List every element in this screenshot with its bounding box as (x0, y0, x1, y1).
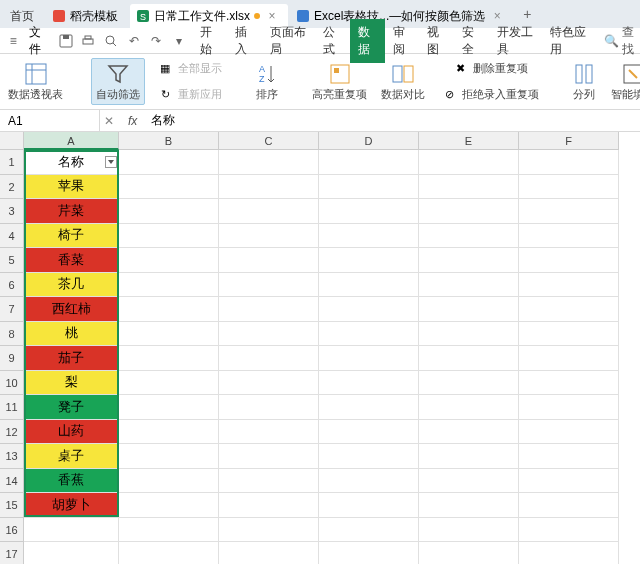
cell[interactable] (319, 420, 419, 445)
cell[interactable] (119, 150, 219, 175)
cell[interactable] (119, 273, 219, 298)
cell[interactable] (419, 469, 519, 494)
cell[interactable] (419, 322, 519, 347)
cancel-icon[interactable]: ✕ (104, 114, 114, 128)
cell[interactable] (219, 395, 319, 420)
cell[interactable] (519, 469, 619, 494)
cell[interactable] (319, 395, 419, 420)
split-button[interactable]: 分列 (567, 59, 601, 104)
cell[interactable]: 山药 (24, 420, 119, 445)
col-header-B[interactable]: B (119, 132, 219, 150)
col-header-F[interactable]: F (519, 132, 619, 150)
cell[interactable]: 香菜 (24, 248, 119, 273)
cell[interactable] (419, 175, 519, 200)
cell[interactable] (519, 273, 619, 298)
row-header-1[interactable]: 1 (0, 150, 24, 175)
cell[interactable] (419, 346, 519, 371)
cell[interactable] (419, 224, 519, 249)
reject-dup-button[interactable]: ⊘拒绝录入重复项 (435, 83, 543, 107)
cell[interactable] (219, 420, 319, 445)
cell[interactable] (119, 199, 219, 224)
cell[interactable] (219, 518, 319, 543)
cell[interactable]: 芹菜 (24, 199, 119, 224)
cell[interactable] (119, 493, 219, 518)
row-header-17[interactable]: 17 (0, 542, 24, 564)
cell[interactable] (519, 542, 619, 564)
reapply-button[interactable]: ↻重新应用 (151, 83, 226, 107)
col-header-A[interactable]: A (24, 132, 119, 150)
cell[interactable] (219, 444, 319, 469)
row-header-16[interactable]: 16 (0, 518, 24, 543)
cell[interactable] (519, 518, 619, 543)
cell[interactable] (119, 420, 219, 445)
cell[interactable] (319, 248, 419, 273)
cell[interactable] (519, 248, 619, 273)
cell[interactable] (119, 297, 219, 322)
cell[interactable]: 苹果 (24, 175, 119, 200)
cell[interactable] (319, 493, 419, 518)
cell[interactable]: 胡萝卜 (24, 493, 119, 518)
data-compare-button[interactable]: 数据对比 (377, 59, 429, 104)
row-header-7[interactable]: 7 (0, 297, 24, 322)
cell[interactable] (219, 175, 319, 200)
cell[interactable] (219, 346, 319, 371)
cell[interactable] (219, 199, 319, 224)
filter-dropdown-button[interactable] (105, 156, 117, 168)
cell[interactable] (119, 395, 219, 420)
cell[interactable] (119, 322, 219, 347)
cell[interactable] (519, 420, 619, 445)
cell[interactable] (219, 493, 319, 518)
cell[interactable] (119, 224, 219, 249)
formula-input[interactable]: 名称 (147, 112, 640, 129)
row-header-5[interactable]: 5 (0, 248, 24, 273)
cell[interactable] (319, 175, 419, 200)
cell[interactable] (519, 444, 619, 469)
cell[interactable] (319, 273, 419, 298)
showall-button[interactable]: ▦全部显示 (151, 57, 226, 81)
sort-button[interactable]: AZ 排序 (250, 59, 284, 104)
cell[interactable] (319, 444, 419, 469)
cell[interactable] (519, 322, 619, 347)
cell[interactable] (219, 273, 319, 298)
dropdown-icon[interactable]: ▾ (171, 33, 186, 49)
cell[interactable] (419, 493, 519, 518)
cell[interactable] (119, 469, 219, 494)
redo-icon[interactable]: ↷ (149, 33, 164, 49)
app-menu-icon[interactable]: ≡ (6, 33, 21, 49)
cell[interactable]: 桃 (24, 322, 119, 347)
fx-icon[interactable]: fx (122, 114, 143, 128)
cell[interactable] (519, 493, 619, 518)
highlight-dup-button[interactable]: 高亮重复项 (308, 59, 371, 104)
name-box[interactable] (0, 110, 100, 131)
cell[interactable] (319, 199, 419, 224)
cell[interactable] (419, 371, 519, 396)
cell[interactable] (119, 444, 219, 469)
row-header-12[interactable]: 12 (0, 420, 24, 445)
row-header-11[interactable]: 11 (0, 395, 24, 420)
cell[interactable]: 梨 (24, 371, 119, 396)
row-header-6[interactable]: 6 (0, 273, 24, 298)
cell[interactable] (119, 371, 219, 396)
row-header-15[interactable]: 15 (0, 493, 24, 518)
cell[interactable] (119, 542, 219, 564)
row-header-4[interactable]: 4 (0, 224, 24, 249)
row-header-13[interactable]: 13 (0, 444, 24, 469)
cell[interactable] (219, 322, 319, 347)
cell[interactable]: 茶几 (24, 273, 119, 298)
preview-icon[interactable] (104, 33, 119, 49)
name-box-input[interactable] (8, 114, 91, 128)
cell[interactable]: 凳子 (24, 395, 119, 420)
row-header-2[interactable]: 2 (0, 175, 24, 200)
cell[interactable]: 西红柿 (24, 297, 119, 322)
row-header-10[interactable]: 10 (0, 371, 24, 396)
cell[interactable] (319, 322, 419, 347)
col-header-E[interactable]: E (419, 132, 519, 150)
menu-file[interactable]: 文件 (29, 24, 51, 58)
save-icon[interactable] (58, 33, 73, 49)
cell[interactable] (519, 199, 619, 224)
col-header-D[interactable]: D (319, 132, 419, 150)
cell[interactable] (519, 371, 619, 396)
cell[interactable] (419, 150, 519, 175)
cell[interactable] (419, 518, 519, 543)
cell[interactable] (519, 150, 619, 175)
